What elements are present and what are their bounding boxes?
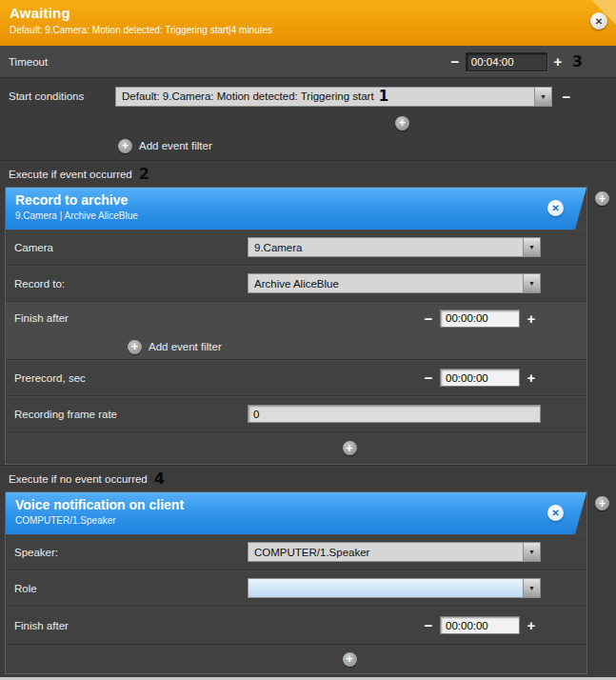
timeout-decrement-button[interactable]: − <box>448 54 462 69</box>
role-value <box>248 579 523 597</box>
add-condition-row: + <box>0 114 616 131</box>
record-panel-close-icon[interactable]: ✕ <box>547 200 564 216</box>
prerecord-input[interactable] <box>440 369 520 387</box>
voice-panel-title: Voice notification on client <box>15 497 577 512</box>
record-panel-subtitle: 9.Camera | Archive AliceBlue <box>15 210 577 221</box>
section-execute-if-event: Execute if event occurred 2 <box>0 160 616 187</box>
voice-panel-subtitle: COMPUTER/1.Speaker <box>15 515 577 526</box>
camera-label: Camera <box>14 242 248 253</box>
voice-finish-after-label: Finish after <box>14 620 248 631</box>
record-finish-after-input[interactable] <box>440 310 520 328</box>
add-action-icon[interactable]: + <box>595 191 609 206</box>
record-to-label: Record to: <box>14 278 248 290</box>
add-event-filter-label[interactable]: Add event filter <box>139 140 212 151</box>
annotation-2: 2 <box>139 167 149 182</box>
role-row: Role ▼ <box>6 570 586 607</box>
record-to-row: Record to: Archive AliceBlue ▼ <box>6 266 586 302</box>
voice-panel-close-icon[interactable]: ✕ <box>547 505 564 521</box>
record-add-event-filter-row: + Add event filter <box>6 334 586 359</box>
camera-row: Camera 9.Camera ▼ <box>6 230 586 266</box>
camera-dropdown[interactable]: 9.Camera ▼ <box>248 237 541 257</box>
frame-rate-row: Recording frame rate <box>6 396 586 432</box>
speaker-row: Speaker: COMPUTER/1.Speaker ▼ <box>6 534 586 570</box>
start-conditions-remove-button[interactable]: − <box>560 90 573 104</box>
voice-finish-after-stepper: − + <box>422 616 538 634</box>
close-icon[interactable]: ✕ <box>590 12 607 30</box>
start-conditions-dropdown[interactable]: Default: 9.Camera: Motion detected: Trig… <box>115 87 552 107</box>
finish-after-block: Finish after − + + Add event filter <box>6 302 586 360</box>
chevron-down-icon[interactable]: ▼ <box>523 579 540 597</box>
annotation-1: 1 <box>379 90 388 104</box>
add-condition-icon[interactable]: + <box>395 116 409 130</box>
prerecord-row: Prerecord, sec − + <box>6 360 586 396</box>
record-panel: Record to archive 9.Camera | Archive Ali… <box>5 187 587 465</box>
voice-panel: Voice notification on client COMPUTER/1.… <box>5 491 587 674</box>
dialog-subtitle: Default: 9.Camera: Motion detected: Trig… <box>10 25 606 35</box>
record-add-event-filter-icon[interactable]: + <box>128 340 142 354</box>
voice-finish-after-increment-button[interactable]: + <box>525 618 538 632</box>
record-finish-after-stepper: − + <box>422 310 538 328</box>
chevron-down-icon[interactable]: ▼ <box>523 543 540 561</box>
voice-panel-wrap: Voice notification on client COMPUTER/1.… <box>5 491 587 674</box>
voice-panel-add-action-icon[interactable]: + <box>343 652 357 667</box>
add-event-filter-icon[interactable]: + <box>118 139 132 153</box>
record-to-value: Archive AliceBlue <box>248 274 523 292</box>
add-event-filter-row: + Add event filter <box>0 131 616 160</box>
record-panel-wrap: Record to archive 9.Camera | Archive Ali… <box>5 187 587 465</box>
record-to-dropdown[interactable]: Archive AliceBlue ▼ <box>248 273 541 293</box>
voice-finish-after-decrement-button[interactable]: − <box>422 618 435 632</box>
voice-panel-header: Voice notification on client COMPUTER/1.… <box>6 492 586 534</box>
finish-after-decrement-button[interactable]: − <box>422 311 435 326</box>
annotation-3: 3 <box>572 54 583 70</box>
prerecord-stepper: − + <box>422 369 538 387</box>
record-panel-title: Record to archive <box>15 192 577 208</box>
start-conditions-row: Start conditions Default: 9.Camera: Moti… <box>0 78 616 114</box>
voice-finish-after-input[interactable] <box>440 616 520 634</box>
awaiting-dialog: Awaiting Default: 9.Camera: Motion detec… <box>0 0 616 680</box>
prerecord-increment-button[interactable]: + <box>525 370 538 385</box>
prerecord-decrement-button[interactable]: − <box>422 370 435 385</box>
speaker-label: Speaker: <box>14 547 248 558</box>
chevron-down-icon[interactable]: ▼ <box>534 88 551 106</box>
dialog-header: Awaiting Default: 9.Camera: Motion detec… <box>0 0 616 46</box>
frame-rate-input[interactable] <box>248 405 541 423</box>
annotation-4: 4 <box>154 471 165 487</box>
record-panel-add-action-icon[interactable]: + <box>343 441 357 455</box>
start-conditions-label: Start conditions <box>9 90 115 102</box>
voice-panel-add-row: + <box>6 645 586 673</box>
speaker-dropdown[interactable]: COMPUTER/1.Speaker ▼ <box>248 542 541 562</box>
timeout-input[interactable] <box>466 52 547 71</box>
page-title: Awaiting <box>10 5 606 21</box>
record-finish-after-row: Finish after − + <box>6 302 586 334</box>
add-action-icon[interactable]: + <box>595 496 609 510</box>
record-add-event-filter-label[interactable]: Add event filter <box>149 341 222 352</box>
chevron-down-icon[interactable]: ▼ <box>523 274 540 292</box>
voice-finish-after-row: Finish after − + <box>6 607 586 645</box>
timeout-label: Timeout <box>9 56 48 68</box>
speaker-value: COMPUTER/1.Speaker <box>248 543 523 561</box>
role-dropdown[interactable]: ▼ <box>248 578 541 598</box>
section-execute-if-no-event: Execute if no event occurred 4 <box>0 465 616 491</box>
chevron-down-icon[interactable]: ▼ <box>523 238 540 256</box>
camera-value: 9.Camera <box>248 238 523 256</box>
role-label: Role <box>14 583 248 594</box>
record-panel-header: Record to archive 9.Camera | Archive Ali… <box>6 188 586 230</box>
start-conditions-value: Default: 9.Camera: Motion detected: Trig… <box>116 88 534 106</box>
timeout-increment-button[interactable]: + <box>551 54 565 69</box>
record-finish-after-label: Finish after <box>14 312 248 324</box>
timeout-row: Timeout − + 3 <box>0 46 616 78</box>
prerecord-label: Prerecord, sec <box>14 372 248 384</box>
section-execute-if-event-label: Execute if event occurred <box>9 169 132 180</box>
record-panel-add-row: + <box>6 432 586 464</box>
start-conditions-text: Default: 9.Camera: Motion detected: Trig… <box>122 90 374 102</box>
frame-rate-label: Recording frame rate <box>14 409 248 420</box>
finish-after-increment-button[interactable]: + <box>525 311 538 326</box>
section-execute-if-no-event-label: Execute if no event occurred <box>9 473 148 485</box>
